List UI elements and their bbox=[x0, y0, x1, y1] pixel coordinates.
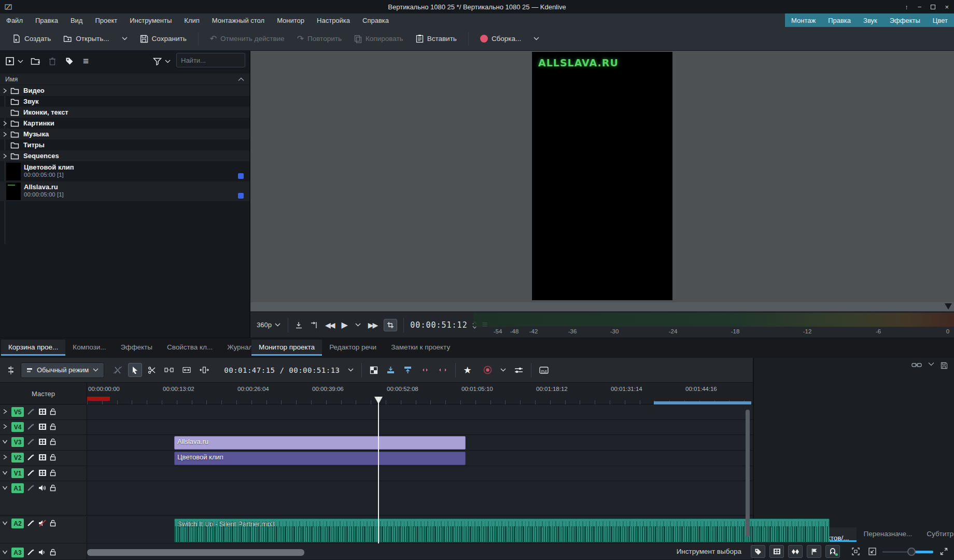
effects-wand-icon[interactable] bbox=[27, 438, 35, 445]
undo-button[interactable]: ↶ Отменить действие bbox=[205, 32, 290, 46]
master-track-button[interactable]: Мастер bbox=[0, 383, 87, 404]
new-button[interactable]: Создать bbox=[7, 31, 56, 46]
speaker-icon[interactable] bbox=[38, 549, 47, 556]
lift-zone-button[interactable] bbox=[418, 367, 432, 373]
tab-subtitles[interactable]: Субтитры bbox=[919, 527, 954, 542]
spacer-tool-button[interactable] bbox=[162, 367, 176, 373]
save-button[interactable]: Сохранить bbox=[135, 32, 192, 46]
razor-tool-button[interactable] bbox=[145, 366, 159, 374]
track-badge[interactable]: A2 bbox=[11, 519, 24, 528]
menu-settings[interactable]: Настройка bbox=[311, 13, 356, 27]
menu-help[interactable]: Справка bbox=[356, 13, 395, 27]
ripple-tool-button[interactable] bbox=[197, 367, 212, 373]
track-a2-lane[interactable]: Switch It Up - Silent Partner.mp3 bbox=[87, 516, 753, 543]
monitor-seek-bar[interactable] bbox=[250, 302, 954, 312]
chevron-right-icon[interactable] bbox=[2, 454, 8, 460]
chevron-down-icon[interactable] bbox=[2, 549, 8, 555]
track-badge[interactable]: V3 bbox=[11, 437, 24, 447]
playhead-line[interactable] bbox=[378, 397, 379, 543]
paste-button[interactable]: Вставить bbox=[411, 31, 462, 46]
monitor-timecode[interactable]: 00:00:51:12 bbox=[407, 320, 470, 330]
edit-mode-dropdown[interactable]: Обычный режим bbox=[21, 362, 104, 378]
menu-clip[interactable]: Клип bbox=[178, 13, 205, 27]
timeline-horizontal-scrollbar[interactable] bbox=[87, 549, 304, 556]
redo-button[interactable]: ↷ Повторить bbox=[292, 32, 347, 46]
bin-folder-sequences[interactable]: Sequences bbox=[0, 150, 249, 161]
tag-button[interactable] bbox=[65, 57, 74, 65]
zone-out-button[interactable] bbox=[306, 321, 321, 329]
track-a3-header[interactable]: A3 bbox=[0, 543, 87, 559]
menu-project[interactable]: Проект bbox=[89, 13, 123, 27]
zone-in-button[interactable] bbox=[291, 321, 306, 329]
tab-clip-properties[interactable]: Свойства кл... bbox=[160, 340, 220, 356]
add-clip-dropdown[interactable] bbox=[18, 60, 23, 63]
menu-file[interactable]: Файл bbox=[0, 13, 29, 27]
tab-project-bin[interactable]: Корзина прое... bbox=[1, 340, 65, 356]
workspace-effects[interactable]: Эффекты bbox=[883, 13, 927, 27]
track-badge[interactable]: V4 bbox=[11, 422, 24, 432]
track-a1-header[interactable]: A1 bbox=[0, 481, 87, 515]
menu-monitor[interactable]: Монитор bbox=[271, 13, 311, 27]
favorite-effects-button[interactable]: ★ bbox=[461, 365, 474, 376]
play-button[interactable]: ▶ bbox=[338, 320, 351, 330]
bin-folder-pictures[interactable]: Картинки bbox=[0, 118, 249, 129]
copy-button[interactable]: Копировать bbox=[349, 32, 409, 46]
workspace-editing[interactable]: Монтаж bbox=[785, 13, 822, 27]
create-folder-button[interactable] bbox=[31, 57, 40, 65]
bin-name-column-header[interactable]: Имя bbox=[0, 74, 249, 85]
open-recent-dropdown[interactable] bbox=[117, 34, 133, 44]
timeline-zoom-slider[interactable] bbox=[882, 545, 933, 558]
lock-icon[interactable] bbox=[50, 423, 57, 430]
subtitles-button[interactable] bbox=[537, 367, 551, 374]
render-dropdown[interactable] bbox=[528, 34, 544, 44]
bin-clip-allslava[interactable]: Allslava.ru 00:00:05:00 [1] bbox=[0, 181, 249, 201]
bin-folder-music[interactable]: Музыка bbox=[0, 129, 249, 139]
track-v4-header[interactable]: V4 bbox=[0, 420, 87, 435]
workspace-audio[interactable]: Звук bbox=[857, 13, 883, 27]
insert-zone-button[interactable] bbox=[384, 366, 398, 374]
expander-right-icon[interactable] bbox=[2, 121, 7, 126]
expander-right-icon[interactable] bbox=[2, 153, 7, 159]
expander-right-icon[interactable] bbox=[2, 88, 7, 93]
lock-icon[interactable] bbox=[50, 484, 57, 492]
show-thumbnails-icon[interactable] bbox=[38, 438, 47, 445]
bin-folder-titles[interactable]: Титры bbox=[0, 139, 249, 150]
link-icon[interactable] bbox=[911, 362, 922, 368]
track-v1-header[interactable]: V1 bbox=[0, 466, 87, 481]
bin-folder-video[interactable]: Видео bbox=[0, 85, 249, 96]
show-thumbnails-icon[interactable] bbox=[38, 454, 47, 461]
rewind-button[interactable]: ◀◀ bbox=[321, 321, 338, 329]
render-button[interactable]: Сборка... bbox=[475, 32, 526, 46]
effects-wand-icon[interactable] bbox=[27, 549, 35, 556]
tab-speech-editor[interactable]: Редактор речи bbox=[322, 340, 384, 356]
search-input[interactable] bbox=[176, 53, 245, 67]
chevron-down-icon[interactable] bbox=[2, 439, 8, 444]
overwrite-zone-button[interactable] bbox=[436, 367, 450, 373]
filter-button[interactable] bbox=[153, 58, 162, 65]
lock-icon[interactable] bbox=[50, 549, 57, 556]
track-a2-header[interactable]: A2 bbox=[0, 516, 87, 543]
add-clip-button[interactable] bbox=[5, 57, 15, 66]
bin-folder-icons-text[interactable]: Иконки, текст bbox=[0, 107, 249, 118]
close-button[interactable]: × bbox=[945, 3, 949, 11]
tab-effects[interactable]: Эффекты bbox=[114, 340, 160, 356]
mix-clips-button[interactable] bbox=[367, 366, 381, 374]
menu-tools[interactable]: Инструменты bbox=[123, 13, 178, 27]
fit-zoom-button[interactable] bbox=[849, 545, 862, 558]
show-thumbnails-icon[interactable] bbox=[38, 408, 47, 415]
lock-icon[interactable] bbox=[50, 408, 57, 415]
track-v1-lane[interactable] bbox=[87, 466, 753, 481]
track-v3-lane[interactable]: Allslava.ru bbox=[87, 435, 753, 450]
lock-icon[interactable] bbox=[50, 520, 57, 527]
timeline-clip-allslava[interactable]: Allslava.ru bbox=[174, 436, 466, 450]
track-badge[interactable]: V1 bbox=[11, 468, 24, 478]
zone-mode-toggle[interactable] bbox=[384, 319, 397, 331]
timeline-clip-color[interactable]: Цветовой клип bbox=[174, 452, 466, 465]
workspace-edit[interactable]: Правка bbox=[822, 13, 857, 27]
show-tags-toggle[interactable] bbox=[751, 545, 765, 558]
track-badge[interactable]: A3 bbox=[11, 548, 24, 557]
lock-icon[interactable] bbox=[50, 469, 57, 477]
preview-resolution-dropdown[interactable]: 360p bbox=[250, 321, 285, 329]
show-thumbnails-toggle[interactable] bbox=[769, 545, 784, 558]
show-thumbnails-icon[interactable] bbox=[38, 469, 47, 477]
